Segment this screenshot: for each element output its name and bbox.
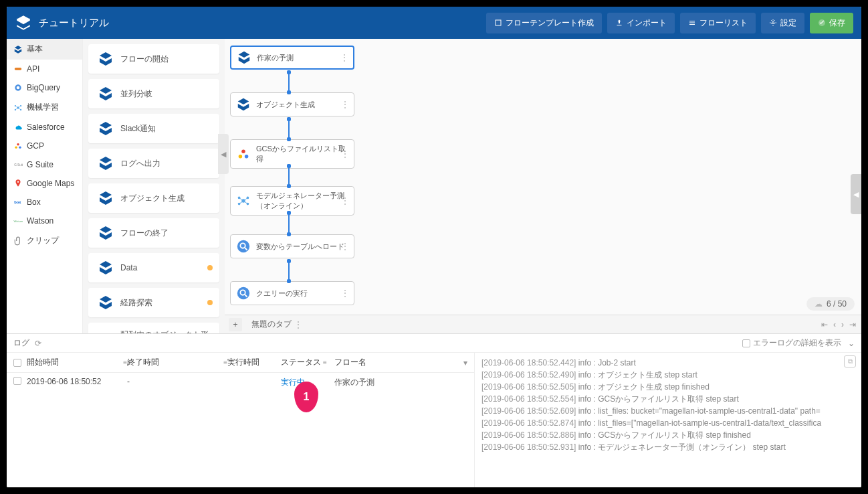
copy-button[interactable]: ⧉ bbox=[844, 355, 856, 367]
col-start[interactable]: 開始時間≡ bbox=[27, 357, 127, 368]
error-log-toggle[interactable]: エラーログの詳細を表示 bbox=[742, 337, 841, 349]
tab-first-icon[interactable]: ⇤ bbox=[820, 320, 829, 329]
select-all-checkbox[interactable] bbox=[13, 359, 21, 367]
cube-icon bbox=[98, 225, 114, 241]
sidebar-item-clip[interactable]: クリップ bbox=[7, 230, 82, 251]
sidebar-item-watson[interactable]: WatsonWatson bbox=[7, 212, 82, 230]
flow-node[interactable]: モデルジェネレーター予測（オンライン）⋮ bbox=[230, 186, 354, 216]
expand-right-handle[interactable]: ◀ bbox=[851, 174, 861, 214]
sidebar-item-label: 機械学習 bbox=[27, 102, 59, 113]
node-menu-icon[interactable]: ⋮ bbox=[340, 99, 350, 110]
node-menu-icon[interactable]: ⋮ bbox=[340, 149, 350, 159]
palette-block[interactable]: フローの開始 bbox=[88, 44, 219, 74]
import-button[interactable]: インポート bbox=[607, 13, 675, 33]
cloud-icon: ☁ bbox=[815, 299, 823, 309]
node-menu-icon[interactable]: ⋮ bbox=[340, 195, 350, 206]
collapse-palette-handle[interactable]: ◀ bbox=[218, 134, 229, 174]
log-line: [2019-06-06 18:50:52.886] info : GCSからファ… bbox=[481, 429, 855, 441]
sidebar-item-label: Google Maps bbox=[27, 179, 74, 188]
svg-text:G Suite: G Suite bbox=[14, 163, 23, 167]
svg-point-19 bbox=[239, 155, 243, 159]
palette-block[interactable]: 並列分岐 bbox=[88, 79, 219, 108]
node-label: 変数からテーブルへロード bbox=[256, 242, 344, 252]
filter-icon[interactable]: ▾ bbox=[463, 358, 467, 367]
sidebar-item-box[interactable]: boxBox bbox=[7, 193, 82, 212]
sidebar-item-maps[interactable]: Google Maps bbox=[7, 174, 82, 193]
tab-prev-icon[interactable]: ‹ bbox=[832, 320, 837, 329]
cube-icon bbox=[98, 333, 114, 333]
palette-block[interactable]: Data bbox=[88, 253, 219, 282]
node-menu-icon[interactable]: ⋮ bbox=[340, 241, 350, 252]
col-end[interactable]: 終了時間≡ bbox=[127, 357, 227, 368]
palette-block[interactable]: オブジェクト生成 bbox=[88, 183, 219, 213]
flow-node[interactable]: クエリーの実行⋮ bbox=[230, 281, 354, 305]
node-label: クエリーの実行 bbox=[256, 289, 308, 299]
sidebar-item-sf[interactable]: Salesforce bbox=[7, 118, 82, 137]
sidebar-item-label: Salesforce bbox=[27, 122, 65, 132]
block-palette: フローの開始並列分岐Slack通知ログへ出力オブジェクト生成フローの終了Data… bbox=[83, 39, 225, 333]
refresh-icon[interactable]: ⟳ bbox=[35, 339, 41, 348]
row-checkbox[interactable] bbox=[13, 377, 21, 385]
cube-icon bbox=[98, 295, 114, 311]
palette-label: 経路探索 bbox=[120, 297, 152, 309]
cube-icon bbox=[98, 190, 114, 206]
cell-start: 2019-06-06 18:50:52 bbox=[27, 377, 127, 388]
save-button[interactable]: 保存 bbox=[810, 13, 853, 33]
create-template-button[interactable]: フローテンプレート作成 bbox=[486, 13, 602, 33]
flow-node[interactable]: オブジェクト生成⋮ bbox=[230, 92, 354, 116]
sidebar-item-gsuite[interactable]: G SuiteG Suite bbox=[7, 155, 82, 174]
cube-icon bbox=[236, 97, 251, 112]
cell-end: - bbox=[127, 377, 227, 388]
node-connector bbox=[288, 119, 290, 139]
svg-rect-3 bbox=[15, 68, 22, 70]
col-flow[interactable]: フロー名▾ bbox=[334, 357, 467, 368]
flow-list-button[interactable]: フローリスト bbox=[680, 13, 756, 33]
node-menu-icon[interactable]: ⋮ bbox=[340, 288, 350, 299]
flow-node[interactable]: 作家の予測⋮ bbox=[230, 46, 354, 70]
canvas-tab[interactable]: 無題のタブ ⋮ bbox=[246, 316, 308, 333]
tab-nav: ⇤ ‹ › ⇥ bbox=[820, 320, 857, 329]
flow-node[interactable]: GCSからファイルリスト取得⋮ bbox=[230, 139, 354, 169]
sidebar-item-gcp[interactable]: GCP bbox=[7, 137, 82, 155]
palette-block[interactable]: ログへ出力 bbox=[88, 149, 219, 178]
bq-icon bbox=[236, 239, 251, 254]
node-label: オブジェクト生成 bbox=[256, 100, 315, 110]
settings-button[interactable]: 設定 bbox=[761, 13, 804, 33]
sidebar-item-label: GCP bbox=[27, 141, 44, 151]
palette-block[interactable]: 配列内のオブジェクト形式 bbox=[88, 323, 219, 333]
palette-label: Data bbox=[120, 263, 137, 272]
sidebar-item-label: 基本 bbox=[27, 44, 43, 55]
tab-menu-icon[interactable]: ⋮ bbox=[294, 320, 302, 329]
sidebar-item-ml[interactable]: 機械学習 bbox=[7, 97, 82, 118]
tab-last-icon[interactable]: ⇥ bbox=[848, 320, 857, 329]
palette-label: 並列分岐 bbox=[120, 88, 152, 100]
api-icon bbox=[13, 64, 23, 74]
sidebar-item-label: クリップ bbox=[27, 235, 59, 246]
log-row[interactable]: 2019-06-06 18:50:52 - 実行中 作家の予測 bbox=[7, 373, 474, 392]
sidebar-item-label: G Suite bbox=[27, 160, 53, 169]
svg-point-13 bbox=[19, 147, 21, 149]
flow-canvas[interactable]: ☁ 6 / 50 + 無題のタブ ⋮ ⇤ ‹ › ⇥ 作家の予測⋮オブジェクト生… bbox=[225, 39, 861, 333]
log-detail: ⧉ [2019-06-06 18:50:52.442] info : Job-2… bbox=[475, 353, 861, 487]
log-panel: ログ ⟳ エラーログの詳細を表示 ⌄ 開始時間≡ 終了時間≡ 実行時間 ステータ… bbox=[7, 333, 861, 487]
node-connector bbox=[288, 72, 290, 92]
node-menu-icon[interactable]: ⋮ bbox=[340, 52, 349, 63]
palette-block[interactable]: Slack通知 bbox=[88, 114, 219, 143]
chevron-down-icon[interactable]: ⌄ bbox=[848, 339, 855, 348]
sidebar-item-api[interactable]: API bbox=[7, 60, 82, 78]
log-title: ログ bbox=[13, 337, 29, 349]
sidebar-item-label: Box bbox=[27, 197, 41, 207]
sidebar-item-bq[interactable]: BigQuery bbox=[7, 78, 82, 97]
add-tab-button[interactable]: + bbox=[229, 318, 242, 331]
col-status[interactable]: ステータス≡ bbox=[281, 357, 334, 368]
gcp-icon bbox=[236, 147, 251, 161]
palette-block[interactable]: フローの終了 bbox=[88, 218, 219, 248]
col-duration[interactable]: 実行時間 bbox=[227, 357, 281, 368]
sidebar-item-cube[interactable]: 基本 bbox=[7, 39, 82, 60]
svg-point-1 bbox=[772, 22, 774, 24]
palette-block[interactable]: 経路探索 bbox=[88, 288, 219, 317]
log-line: [2019-06-06 18:50:52.442] info : Job-2 s… bbox=[481, 357, 855, 369]
svg-text:Watson: Watson bbox=[14, 220, 23, 223]
flow-node[interactable]: 変数からテーブルへロード⋮ bbox=[230, 234, 354, 258]
tab-next-icon[interactable]: › bbox=[840, 320, 845, 329]
